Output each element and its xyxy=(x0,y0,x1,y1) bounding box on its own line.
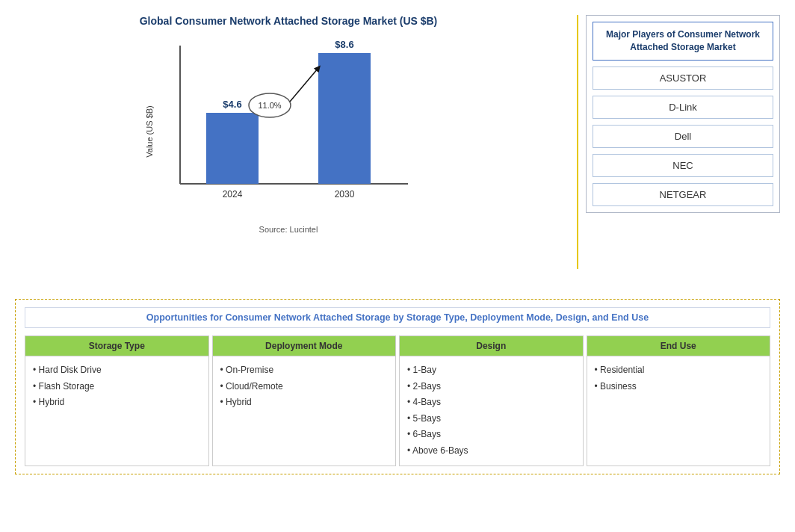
bar-2030 xyxy=(318,53,371,184)
vertical-separator xyxy=(577,15,578,269)
list-item: Residential xyxy=(595,362,763,379)
player-asustor: ASUSTOR xyxy=(593,66,773,90)
storage-type-content: Hard Disk Drive Flash Storage Hybrid xyxy=(25,356,208,454)
bar-label-2024: 2024 xyxy=(223,189,243,200)
storage-type-col: Storage Type Hard Disk Drive Flash Stora… xyxy=(25,335,209,466)
bar-value-2030: $8.6 xyxy=(335,39,353,50)
deployment-mode-col: Deployment Mode On-Premise Cloud/Remote … xyxy=(212,335,397,466)
bar-chart: Value (US $B) $4.6 2024 $8.6 2030 11.0% xyxy=(139,34,438,221)
storage-type-header: Storage Type xyxy=(25,336,208,356)
list-item: 2-Bays xyxy=(407,379,575,395)
list-item: Hybrid xyxy=(33,395,201,411)
list-item: Business xyxy=(595,379,763,395)
bar-label-2030: 2030 xyxy=(335,189,355,200)
annotation-text: 11.0% xyxy=(258,101,281,110)
list-item: 4-Bays xyxy=(407,395,575,411)
player-dlink: D-Link xyxy=(593,96,773,119)
list-item: Hard Disk Drive xyxy=(33,362,201,379)
source-text: Source: Lucintel xyxy=(259,225,318,234)
list-item: On-Premise xyxy=(220,362,389,379)
list-item: 5-Bays xyxy=(407,411,575,427)
chart-svg: Value (US $B) $4.6 2024 $8.6 2030 11.0% xyxy=(139,34,438,221)
player-netgear: NETGEAR xyxy=(593,183,773,206)
y-axis-label: Value (US $B) xyxy=(145,105,154,158)
list-item: Hybrid xyxy=(220,395,389,411)
major-players-title: Major Players of Consumer Network Attach… xyxy=(593,22,773,61)
deployment-mode-header: Deployment Mode xyxy=(213,336,396,356)
opportunities-section: Opportunities for Consumer Network Attac… xyxy=(15,299,780,474)
opportunities-columns: Storage Type Hard Disk Drive Flash Stora… xyxy=(25,335,770,466)
list-item: 6-Bays xyxy=(407,427,575,443)
design-content: 1-Bay 2-Bays 4-Bays 5-Bays 6-Bays Above … xyxy=(400,356,583,466)
design-col: Design 1-Bay 2-Bays 4-Bays 5-Bays 6-Bays… xyxy=(399,335,584,466)
bar-value-2024: $4.6 xyxy=(223,99,241,110)
end-use-content: Residential Business xyxy=(587,356,770,454)
player-dell: Dell xyxy=(593,125,773,148)
major-players-panel: Major Players of Consumer Network Attach… xyxy=(586,15,780,213)
chart-section: Global Consumer Network Attached Storage… xyxy=(15,7,569,291)
list-item: Cloud/Remote xyxy=(220,379,389,395)
list-item: Above 6-Bays xyxy=(407,443,575,460)
deployment-mode-content: On-Premise Cloud/Remote Hybrid xyxy=(213,356,396,454)
opportunities-title: Opportunities for Consumer Network Attac… xyxy=(25,307,770,328)
list-item: 1-Bay xyxy=(407,362,575,379)
end-use-col: End Use Residential Business xyxy=(587,335,771,466)
annotation-arrow xyxy=(290,68,318,102)
bar-2024 xyxy=(206,113,259,184)
chart-title: Global Consumer Network Attached Storage… xyxy=(140,15,438,27)
design-header: Design xyxy=(400,336,583,356)
player-nec: NEC xyxy=(593,154,773,177)
end-use-header: End Use xyxy=(587,336,770,356)
list-item: Flash Storage xyxy=(33,379,201,395)
